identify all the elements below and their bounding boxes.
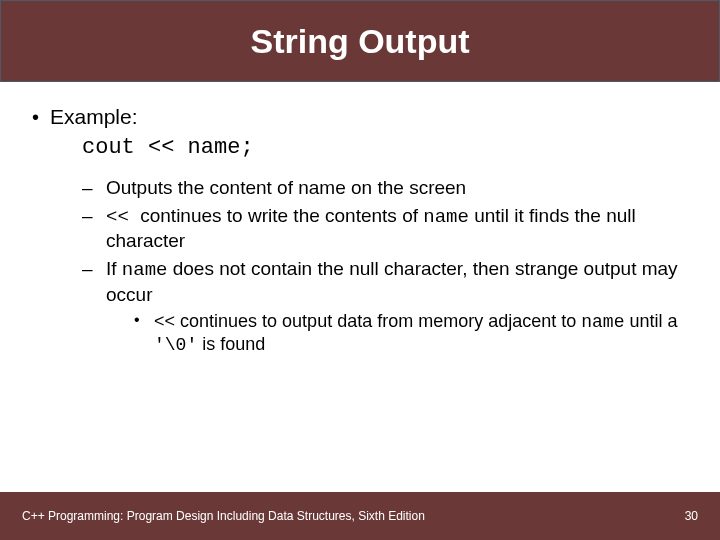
- title-bar: String Output: [0, 0, 720, 82]
- dash-3-name: name: [122, 259, 168, 281]
- sub-post: is found: [197, 334, 265, 354]
- dash-list: Outputs the content of name on the scree…: [30, 176, 690, 357]
- dash-3-post: does not contain the null character, the…: [106, 258, 678, 305]
- sub-bullet-list: << continues to output data from memory …: [106, 310, 690, 357]
- slide-title: String Output: [250, 22, 469, 61]
- sub-bullet-1: << continues to output data from memory …: [134, 310, 690, 357]
- dash-2-mid: continues to write the contents of: [140, 205, 423, 226]
- sub-code: '\0': [154, 335, 197, 355]
- dash-2-name: name: [423, 206, 469, 228]
- footer-bar: C++ Programming: Program Design Includin…: [0, 492, 720, 540]
- dash-item-2: << continues to write the contents of na…: [82, 204, 690, 254]
- example-bullet: Example:: [30, 104, 690, 130]
- dash-item-1: Outputs the content of name on the scree…: [82, 176, 690, 200]
- slide: String Output Example: cout << name; Out…: [0, 0, 720, 540]
- page-number: 30: [685, 509, 698, 523]
- footer-text: C++ Programming: Program Design Includin…: [22, 509, 425, 523]
- top-bullet-list: Example:: [30, 104, 690, 130]
- dash-3-pre: If: [106, 258, 122, 279]
- code-line: cout << name;: [30, 134, 690, 162]
- dash-item-3: If name does not contain the null charac…: [82, 257, 690, 357]
- example-label: Example:: [50, 105, 138, 128]
- content-area: Example: cout << name; Outputs the conte…: [0, 82, 720, 357]
- sub-pre: << continues to output data from memory …: [154, 311, 581, 331]
- sub-mid: until a: [624, 311, 677, 331]
- sub-name: name: [581, 312, 624, 332]
- dash-1-text: Outputs the content of name on the scree…: [106, 177, 466, 198]
- dash-2-operator: <<: [106, 206, 140, 228]
